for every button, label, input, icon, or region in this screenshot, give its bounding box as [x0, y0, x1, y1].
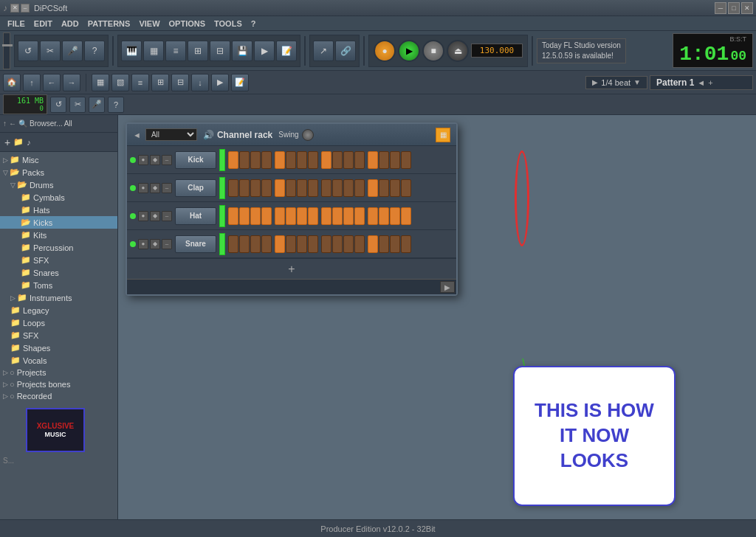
ch-fader-kick[interactable]: [219, 149, 225, 171]
ch-active-kick[interactable]: [130, 157, 136, 163]
beat-pad-clap-16[interactable]: [401, 179, 411, 197]
transport-play[interactable]: ▶: [398, 40, 420, 62]
sidebar-item-shapes[interactable]: 📁 Shapes: [0, 342, 117, 354]
menu-add[interactable]: ADD: [57, 18, 83, 30]
beat-pad-kick-7[interactable]: [297, 151, 307, 169]
channel-add-btn[interactable]: +: [127, 258, 456, 279]
beat-pad-snare-3[interactable]: [250, 235, 261, 253]
beat-pad-hat-12[interactable]: [354, 207, 365, 225]
ch-mute-clap[interactable]: ●: [138, 183, 148, 193]
beat-pad-kick-3[interactable]: [250, 151, 261, 169]
ch-name-kick[interactable]: Kick: [175, 151, 216, 169]
beat-pad-clap-2[interactable]: [239, 179, 250, 197]
tb-btn-mixer[interactable]: ⊞: [188, 41, 208, 61]
tb2-seq7[interactable]: ▶: [211, 74, 229, 91]
beat-pad-hat-14[interactable]: [379, 207, 389, 225]
beat-pad-snare-13[interactable]: [368, 235, 378, 253]
beat-pad-snare-15[interactable]: [390, 235, 400, 253]
play-arrow-small[interactable]: ▶: [592, 78, 598, 86]
menu-file[interactable]: FILE: [3, 18, 30, 30]
beat-pad-snare-10[interactable]: [332, 235, 343, 253]
menu-help[interactable]: ?: [247, 18, 261, 30]
tb-btn-seq[interactable]: ▦: [143, 41, 164, 61]
beat-pad-snare-5[interactable]: [275, 235, 285, 253]
beat-pad-clap-13[interactable]: [368, 179, 378, 197]
tb2-icon1[interactable]: ↺: [50, 97, 66, 113]
ch-active-snare[interactable]: [130, 241, 136, 247]
beat-pad-clap-12[interactable]: [354, 179, 365, 197]
ch-name-hat[interactable]: Hat: [175, 207, 216, 225]
master-volume-slider[interactable]: [3, 32, 10, 69]
beat-pad-snare-4[interactable]: [261, 235, 272, 253]
beat-pad-clap-15[interactable]: [390, 179, 400, 197]
ch-mini-snare[interactable]: –: [162, 239, 172, 249]
ch-mute-kick[interactable]: ●: [138, 155, 148, 165]
tb-btn-cut[interactable]: ✂: [40, 41, 61, 61]
beat-pad-clap-4[interactable]: [261, 179, 272, 197]
tb2-seq3[interactable]: ≡: [131, 74, 149, 91]
beat-pad-hat-4[interactable]: [261, 207, 272, 225]
sidebar-item-sfx-sub[interactable]: 📁 SFX: [0, 254, 117, 266]
tb2-seq4[interactable]: ⊞: [151, 74, 169, 91]
tb2-icon2[interactable]: ✂: [69, 97, 86, 113]
ch-fader-snare[interactable]: [219, 233, 225, 255]
ch-mini-hat[interactable]: –: [162, 211, 172, 221]
beat-pad-kick-6[interactable]: [286, 151, 296, 169]
tb2-seq5[interactable]: ⊟: [171, 74, 189, 91]
sidebar-item-projects-bones[interactable]: ▷ ○ Projects bones: [0, 378, 117, 390]
ch-solo-hat[interactable]: ◆: [150, 211, 160, 221]
tb2-up[interactable]: ↑: [23, 74, 41, 91]
beat-pad-clap-14[interactable]: [379, 179, 389, 197]
sidebar-item-legacy[interactable]: 📁 Legacy: [0, 304, 117, 316]
pattern-prev[interactable]: ◄: [697, 78, 705, 87]
rack-scroll-right[interactable]: ▶: [440, 281, 455, 293]
bpm-display[interactable]: 130.000: [471, 44, 523, 58]
tb2-seq8[interactable]: 📝: [231, 74, 249, 91]
sidebar-item-misc[interactable]: ▷ 📁 Misc: [0, 153, 117, 166]
transport-stop[interactable]: ■: [422, 40, 444, 62]
sidebar-item-snares[interactable]: 📁 Snares: [0, 266, 117, 279]
tb-btn-fx2[interactable]: 🔗: [335, 41, 356, 61]
tb-btn-save[interactable]: 💾: [232, 41, 252, 61]
beat-pad-kick-14[interactable]: [379, 151, 389, 169]
tb-btn-script[interactable]: 📝: [276, 41, 297, 61]
beat-pad-hat-7[interactable]: [297, 207, 307, 225]
browser-folder-icon[interactable]: 📁: [13, 137, 24, 147]
ch-fader-hat[interactable]: [219, 205, 225, 227]
beat-pad-snare-2[interactable]: [239, 235, 250, 253]
tb2-home[interactable]: 🏠: [3, 74, 21, 91]
sidebar-item-kicks[interactable]: 📂 Kicks: [0, 216, 117, 229]
ch-mute-hat[interactable]: ●: [138, 211, 148, 221]
tb-btn-piano[interactable]: 🎹: [121, 41, 142, 61]
sidebar-item-loops[interactable]: 📁 Loops: [0, 316, 117, 329]
beat-pad-kick-13[interactable]: [368, 151, 378, 169]
beat-pad-snare-14[interactable]: [379, 235, 389, 253]
beat-pad-hat-3[interactable]: [250, 207, 261, 225]
beat-pad-kick-2[interactable]: [239, 151, 250, 169]
beat-pad-snare-16[interactable]: [401, 235, 411, 253]
beat-pad-clap-7[interactable]: [297, 179, 307, 197]
beat-pad-snare-8[interactable]: [308, 235, 318, 253]
beat-pad-clap-8[interactable]: [308, 179, 318, 197]
beat-pad-snare-9[interactable]: [321, 235, 331, 253]
menu-edit[interactable]: EDIT: [30, 18, 57, 30]
rack-grid-btn[interactable]: ▦: [436, 128, 450, 142]
ch-mini-clap[interactable]: –: [162, 183, 172, 193]
ch-name-clap[interactable]: Clap: [175, 179, 216, 197]
beat-pad-kick-10[interactable]: [332, 151, 343, 169]
tb2-seq1[interactable]: ▦: [92, 74, 109, 91]
beat-pad-clap-11[interactable]: [343, 179, 354, 197]
beat-pad-snare-6[interactable]: [286, 235, 296, 253]
tb-btn-help[interactable]: ?: [84, 41, 105, 61]
rack-filter-dropdown[interactable]: All: [145, 128, 197, 141]
beat-pad-kick-12[interactable]: [354, 151, 365, 169]
beat-pad-snare-7[interactable]: [297, 235, 307, 253]
beat-pad-hat-15[interactable]: [390, 207, 400, 225]
beat-pad-kick-11[interactable]: [343, 151, 354, 169]
browser-music-icon[interactable]: ♪: [27, 138, 31, 147]
sidebar-item-drums[interactable]: ▽ 📂 Drums: [0, 179, 117, 191]
win-min-btn[interactable]: ─: [715, 2, 726, 14]
beat-pad-kick-15[interactable]: [390, 151, 400, 169]
beat-pad-hat-13[interactable]: [368, 207, 378, 225]
sidebar-item-percussion[interactable]: 📁 Percussion: [0, 241, 117, 254]
